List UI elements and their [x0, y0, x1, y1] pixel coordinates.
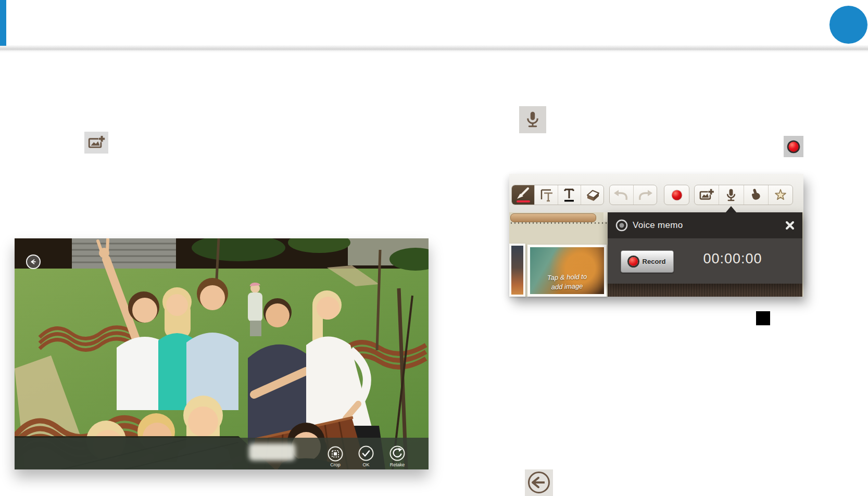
- stop-icon: [756, 311, 770, 325]
- insert-image-button[interactable]: [695, 185, 719, 205]
- manual-page: Crop OK Retake: [0, 0, 868, 496]
- brush-tool-button[interactable]: [512, 185, 535, 205]
- note-bottom-tray: [608, 284, 802, 297]
- undo-icon: [612, 187, 631, 203]
- back-icon: [525, 469, 553, 496]
- note-photo-frame: Tap & hold to add image: [527, 245, 607, 297]
- voice-memo-title: Voice memo: [633, 220, 683, 231]
- ok-button-label: OK: [356, 462, 376, 467]
- retake-button[interactable]: [389, 446, 405, 463]
- record-icon: [784, 136, 803, 157]
- retake-icon: [389, 446, 405, 461]
- text-tool-button[interactable]: [558, 185, 581, 205]
- header-shadow-divider: [0, 45, 868, 53]
- insert-tool-group: [694, 185, 793, 205]
- page-edge-accent-bar: [0, 0, 6, 46]
- note-photo-partial: [511, 246, 523, 295]
- close-icon[interactable]: [785, 220, 795, 231]
- undo-button[interactable]: [610, 185, 634, 205]
- crop-icon: [328, 446, 343, 462]
- voice-memo-popup: Voice memo Record 00:00:00: [608, 212, 802, 284]
- voice-memo-record-icon: [615, 219, 628, 232]
- camera-app-screenshot: Crop OK Retake: [15, 238, 429, 469]
- retake-button-label: Retake: [384, 462, 410, 467]
- snote-app-screenshot: Tap & hold to add image Voice memo: [509, 174, 803, 297]
- back-arrow-icon: [29, 257, 38, 266]
- record-dot-icon: [629, 257, 638, 266]
- crop-button[interactable]: [328, 446, 343, 464]
- image-placeholder-text-line2: add image: [530, 282, 604, 292]
- note-scroll-handle: [510, 213, 596, 222]
- record-tool-group: [664, 185, 689, 205]
- add-image-glyph: [86, 134, 107, 151]
- voice-memo-icon: [721, 187, 741, 204]
- record-glyph: [785, 137, 802, 156]
- record-icon: [669, 187, 685, 203]
- insert-text-frame-icon: [537, 186, 555, 204]
- crop-button-label: Crop: [325, 462, 346, 467]
- add-image-icon: [84, 132, 108, 154]
- redo-button[interactable]: [634, 185, 657, 205]
- page-corner-circle: [829, 6, 867, 44]
- record-tool-button[interactable]: [664, 185, 689, 205]
- eraser-icon: [583, 186, 601, 204]
- note-photo-food: Tap & hold to add image: [530, 247, 604, 294]
- brush-icon: [514, 186, 532, 204]
- elapsed-time: 00:00:00: [691, 251, 774, 267]
- image-placeholder-text-line1: Tap & hold to: [530, 272, 604, 283]
- record-button[interactable]: Record: [621, 250, 674, 273]
- note-photo-frame-partial: [509, 244, 525, 297]
- camera-back-button[interactable]: [26, 255, 41, 269]
- favorite-button[interactable]: [769, 185, 792, 205]
- favorite-star-icon: [771, 187, 790, 204]
- back-glyph: [525, 469, 553, 496]
- text-icon: [560, 186, 578, 204]
- touch-mode-icon: [746, 187, 766, 204]
- redo-icon: [636, 187, 655, 203]
- drawing-tool-group: [511, 185, 604, 205]
- insert-image-icon: [697, 187, 716, 204]
- microphone-glyph: [521, 108, 544, 131]
- touch-mode-button[interactable]: [744, 185, 769, 205]
- microphone-icon: [519, 106, 546, 133]
- camera-bar-highlight: [249, 443, 295, 461]
- voice-memo-button[interactable]: [719, 185, 744, 205]
- voice-memo-popup-body: Record 00:00:00: [608, 238, 802, 284]
- ok-button[interactable]: [358, 446, 374, 463]
- group-photo: [15, 238, 429, 469]
- history-tool-group: [609, 185, 657, 205]
- eraser-tool-button[interactable]: [581, 185, 603, 205]
- ok-check-icon: [358, 446, 374, 461]
- record-button-label: Record: [643, 258, 666, 265]
- insert-text-frame-button[interactable]: [535, 185, 558, 205]
- voice-memo-popup-header: Voice memo: [608, 212, 802, 238]
- note-dotted-rule: [511, 222, 607, 224]
